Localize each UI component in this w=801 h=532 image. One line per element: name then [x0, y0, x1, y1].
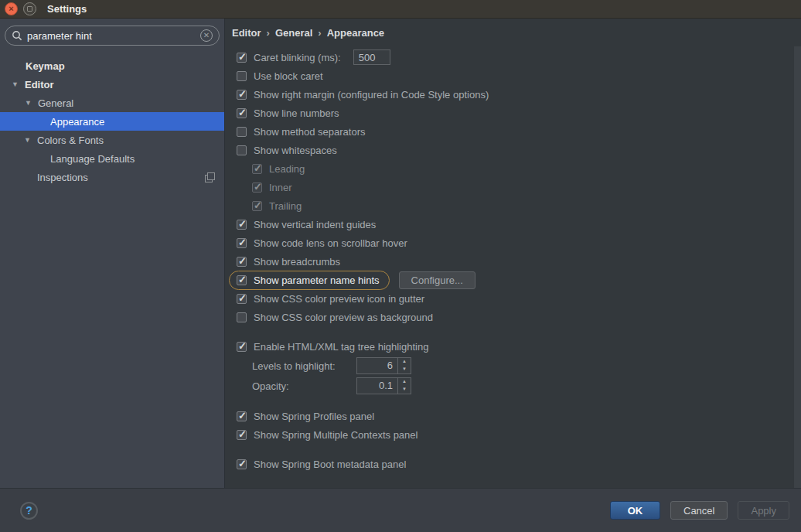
- whitespace-inner-checkbox: [252, 182, 262, 193]
- checkbox-label: Show CSS color preview as background: [254, 312, 433, 323]
- show-line-numbers-checkbox[interactable]: [237, 108, 247, 118]
- html-xml-tag-tree-row: Enable HTML/XML tag tree highlighting: [237, 337, 801, 356]
- css-preview-gutter-checkbox[interactable]: [237, 294, 247, 304]
- help-button[interactable]: ?: [20, 502, 38, 520]
- checkbox-label: Show right margin (configured in Code St…: [254, 89, 489, 101]
- opacity-value[interactable]: 0.1: [357, 378, 397, 394]
- restore-square-glyph: [27, 6, 32, 12]
- chevron-down-icon[interactable]: ▼: [12, 80, 25, 88]
- spinner-down-icon[interactable]: ▼: [398, 366, 411, 373]
- levels-to-highlight-spinner[interactable]: 6▲▼: [356, 357, 411, 374]
- spring-multiple-contexts-panel-checkbox[interactable]: [237, 430, 247, 440]
- whitespace-inner-row: Inner: [237, 178, 801, 196]
- checkbox-label: Show line numbers: [254, 107, 339, 119]
- sidebar-item-editor[interactable]: ▼Editor: [0, 75, 224, 94]
- html-xml-tag-tree-checkbox[interactable]: [237, 342, 247, 352]
- checkbox-label: Show code lens on scrollbar hover: [254, 237, 407, 249]
- show-right-margin-checkbox[interactable]: [237, 90, 247, 100]
- opacity-row: Opacity:0.1▲▼: [237, 376, 801, 396]
- sidebar-item-label: General: [38, 97, 73, 109]
- caret-blinking-input[interactable]: 500: [353, 49, 390, 65]
- levels-to-highlight-value[interactable]: 6: [357, 358, 397, 373]
- search-input[interactable]: parameter hint ✕: [5, 26, 220, 46]
- css-preview-background-row: Show CSS color preview as background: [237, 308, 801, 326]
- spring-profiles-panel-checkbox[interactable]: [237, 411, 247, 421]
- titlebar: × Settings: [0, 0, 801, 19]
- sidebar-item-label: Colors & Fonts: [37, 135, 104, 146]
- spinner-label: Opacity:: [252, 380, 356, 392]
- clear-search-icon[interactable]: ✕: [200, 29, 213, 42]
- show-parameter-name-hints-row: Show parameter name hintsConfigure...: [237, 271, 801, 289]
- show-code-lens-checkbox[interactable]: [237, 238, 247, 248]
- show-breadcrumbs-row: Show breadcrumbs: [237, 252, 801, 271]
- search-icon: [12, 30, 22, 41]
- checkbox-label: Trailing: [269, 200, 302, 212]
- checkbox-label: Show method separators: [254, 126, 366, 138]
- levels-to-highlight-spinner-arrows: ▲▼: [397, 358, 411, 373]
- show-method-separators-checkbox[interactable]: [237, 127, 247, 137]
- use-block-caret-checkbox[interactable]: [237, 71, 247, 81]
- options-gap: [237, 396, 801, 407]
- apply-button: Apply: [738, 501, 789, 520]
- spinner-label: Levels to highlight:: [252, 360, 356, 372]
- close-icon[interactable]: ×: [5, 2, 18, 15]
- checkbox-label: Show parameter name hints: [254, 275, 380, 286]
- copy-icon[interactable]: [205, 172, 215, 182]
- breadcrumb-separator: ›: [318, 27, 321, 39]
- sidebar-item-language-defaults[interactable]: Language Defaults: [0, 149, 224, 168]
- css-preview-background-checkbox[interactable]: [237, 312, 247, 322]
- sidebar-item-label: Appearance: [50, 116, 104, 128]
- checkbox-label: Leading: [269, 163, 305, 175]
- options-list: Caret blinking (ms):500Use block caretSh…: [225, 46, 801, 473]
- settings-content: Editor›General›Appearance Caret blinking…: [224, 19, 801, 488]
- show-vertical-indent-guides-checkbox[interactable]: [237, 220, 247, 230]
- checkbox-label: Inner: [269, 182, 292, 193]
- caret-blinking-row: Caret blinking (ms):500: [237, 48, 801, 66]
- sidebar-item-inspections[interactable]: Inspections: [0, 168, 224, 186]
- checkbox-label: Show Spring Boot metadata panel: [254, 459, 406, 470]
- options-gap: [237, 444, 801, 455]
- checkbox-label: Show CSS color preview icon in gutter: [254, 293, 424, 305]
- show-breadcrumbs-checkbox[interactable]: [237, 257, 247, 267]
- search-value: parameter hint: [27, 30, 200, 42]
- checkbox-label: Use block caret: [254, 70, 323, 82]
- sidebar-item-keymap[interactable]: Keymap: [0, 56, 224, 75]
- vertical-scrollbar[interactable]: [794, 46, 801, 488]
- whitespace-leading-checkbox: [252, 164, 262, 174]
- spring-boot-metadata-panel-checkbox[interactable]: [237, 459, 247, 469]
- checkbox-label: Show vertical indent guides: [254, 219, 376, 230]
- cancel-button[interactable]: Cancel: [670, 501, 728, 520]
- chevron-down-icon[interactable]: ▼: [24, 136, 37, 144]
- whitespace-trailing-row: Trailing: [237, 196, 801, 215]
- options-gap: [237, 326, 801, 337]
- show-parameter-name-hints-checkbox[interactable]: [237, 275, 247, 285]
- chevron-down-icon[interactable]: ▼: [25, 99, 38, 107]
- sidebar-item-general[interactable]: ▼General: [0, 94, 224, 112]
- spinner-down-icon[interactable]: ▼: [398, 386, 411, 394]
- sidebar-item-label: Editor: [25, 79, 54, 90]
- restore-icon[interactable]: [23, 2, 36, 15]
- show-whitespaces-checkbox[interactable]: [237, 145, 247, 155]
- breadcrumb: Editor›General›Appearance: [225, 19, 801, 46]
- breadcrumb-separator: ›: [267, 27, 270, 39]
- settings-sidebar: parameter hint ✕ Keymap▼Editor▼GeneralAp…: [0, 19, 224, 488]
- sidebar-item-label: Keymap: [26, 60, 65, 72]
- sidebar-item-label: Language Defaults: [50, 153, 135, 165]
- checkbox-label: Show whitespaces: [254, 145, 337, 156]
- sidebar-item-appearance[interactable]: Appearance: [0, 112, 224, 131]
- sidebar-item-colors-fonts[interactable]: ▼Colors & Fonts: [0, 131, 224, 149]
- opacity-spinner-arrows: ▲▼: [397, 378, 411, 394]
- show-method-separators-row: Show method separators: [237, 122, 801, 141]
- caret-blinking-checkbox[interactable]: [237, 53, 247, 63]
- opacity-spinner[interactable]: 0.1▲▼: [356, 377, 411, 394]
- levels-to-highlight-row: Levels to highlight:6▲▼: [237, 356, 801, 376]
- checkbox-label: Caret blinking (ms):: [254, 52, 341, 63]
- spinner-up-icon[interactable]: ▲: [398, 378, 411, 386]
- search-match-highlight-ring: Show parameter name hints: [229, 271, 390, 290]
- ok-button[interactable]: OK: [610, 501, 660, 520]
- whitespace-leading-row: Leading: [237, 159, 801, 178]
- checkbox-label: Show Spring Profiles panel: [254, 411, 374, 422]
- spinner-up-icon[interactable]: ▲: [398, 358, 411, 366]
- spring-profiles-panel-row: Show Spring Profiles panel: [237, 407, 801, 425]
- configure-button[interactable]: Configure...: [399, 271, 475, 289]
